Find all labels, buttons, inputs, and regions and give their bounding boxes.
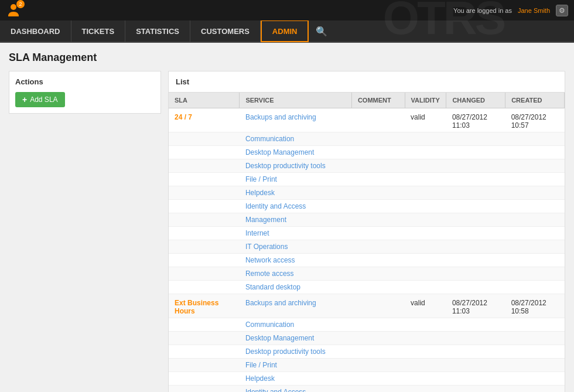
- nav-item-statistics[interactable]: STATISTICS: [125, 20, 190, 42]
- cell-changed: [446, 318, 505, 332]
- cell-service: File / Print: [240, 359, 351, 372]
- cell-sla: [169, 318, 240, 332]
- cell-created: [505, 281, 565, 294]
- cell-created: [505, 345, 565, 359]
- search-icon[interactable]: 🔍: [309, 20, 334, 42]
- cell-sla: [169, 386, 240, 393]
- add-sla-button[interactable]: + Add SLA: [15, 92, 65, 107]
- cell-validity: valid: [405, 294, 446, 318]
- cell-sla: [169, 359, 240, 372]
- page-title: SLA Management: [9, 52, 565, 64]
- cell-comment: [351, 227, 405, 240]
- nav-item-tickets[interactable]: TICKETS: [71, 20, 126, 42]
- cell-created: [505, 240, 565, 254]
- cell-comment: [351, 254, 405, 267]
- table-row[interactable]: Identity and Access: [169, 200, 565, 213]
- cell-created: 08/27/201210:57: [505, 108, 565, 132]
- nav-item-admin[interactable]: ADMIN: [261, 20, 309, 42]
- cell-created: [505, 359, 565, 372]
- cell-validity: [405, 332, 446, 345]
- cell-comment: [351, 332, 405, 345]
- add-sla-label: Add SLA: [30, 96, 57, 104]
- list-title: List: [169, 71, 565, 93]
- cell-created: [505, 386, 565, 393]
- cell-comment: [351, 345, 405, 359]
- navigation: DASHBOARD TICKETS STATISTICS CUSTOMERS A…: [0, 21, 574, 43]
- cell-service: Backups and archiving: [240, 108, 351, 132]
- cell-sla: 24 / 7: [169, 108, 240, 132]
- cell-changed: [446, 267, 505, 281]
- cell-changed: [446, 386, 505, 393]
- table-row[interactable]: File / Print: [169, 359, 565, 372]
- cell-changed: [446, 332, 505, 345]
- svg-point-0: [11, 4, 16, 10]
- table-row[interactable]: Helpdesk: [169, 372, 565, 386]
- cell-changed: [446, 132, 505, 146]
- table-row[interactable]: 24 / 7 Backups and archiving valid 08/27…: [169, 108, 565, 132]
- cell-changed: [446, 281, 505, 294]
- table-row[interactable]: Standard desktop: [169, 281, 565, 294]
- table-row[interactable]: Remote access: [169, 267, 565, 281]
- nav-item-customers[interactable]: CUSTOMERS: [190, 20, 261, 42]
- table-row[interactable]: Network access: [169, 254, 565, 267]
- cell-created: [505, 267, 565, 281]
- table-row[interactable]: Management: [169, 213, 565, 227]
- sidebar-title: Actions: [15, 77, 155, 86]
- cell-validity: [405, 186, 446, 200]
- cell-service: Network access: [240, 254, 351, 267]
- actions-panel: Actions + Add SLA: [9, 71, 161, 114]
- cell-created: [505, 132, 565, 146]
- cell-validity: [405, 173, 446, 186]
- header-right: You are logged in as Jane Smith ⚙: [453, 5, 568, 16]
- table-row[interactable]: File / Print: [169, 173, 565, 186]
- cell-changed: [446, 240, 505, 254]
- cell-sla: [169, 132, 240, 146]
- table-row[interactable]: Internet: [169, 227, 565, 240]
- col-created: CREATED: [505, 93, 565, 108]
- cell-service: Standard desktop: [240, 281, 351, 294]
- cell-changed: [446, 200, 505, 213]
- cell-service: Communication: [240, 318, 351, 332]
- cell-comment: [351, 267, 405, 281]
- cell-service: Helpdesk: [240, 186, 351, 200]
- cell-service: Helpdesk: [240, 372, 351, 386]
- table-row[interactable]: Ext BusinessHours Backups and archiving …: [169, 294, 565, 318]
- cell-created: [505, 318, 565, 332]
- table-row[interactable]: Desktop Management: [169, 146, 565, 159]
- table-row[interactable]: Helpdesk: [169, 186, 565, 200]
- col-comment: COMMENT: [351, 93, 405, 108]
- table-row[interactable]: IT Operations: [169, 240, 565, 254]
- cell-changed: [446, 254, 505, 267]
- cell-comment: [351, 386, 405, 393]
- table-row[interactable]: Desktop productivity tools: [169, 345, 565, 359]
- cell-validity: [405, 240, 446, 254]
- cell-created: 08/27/201210:58: [505, 294, 565, 318]
- header-left: 2: [6, 2, 22, 19]
- table-header-row: SLA SERVICE COMMENT VALIDITY CHANGED CRE…: [169, 93, 565, 108]
- cell-service: Management: [240, 213, 351, 227]
- settings-button[interactable]: ⚙: [556, 5, 568, 16]
- table-row[interactable]: Communication: [169, 318, 565, 332]
- table-row[interactable]: Desktop Management: [169, 332, 565, 345]
- table-row[interactable]: Communication: [169, 132, 565, 146]
- col-changed: CHANGED: [446, 93, 505, 108]
- table-row[interactable]: Desktop productivity tools: [169, 159, 565, 173]
- sidebar: Actions + Add SLA: [9, 71, 161, 392]
- cell-validity: [405, 146, 446, 159]
- cell-changed: [446, 159, 505, 173]
- cell-created: [505, 159, 565, 173]
- cell-service: Desktop productivity tools: [240, 345, 351, 359]
- cell-comment: [351, 108, 405, 132]
- cell-sla: [169, 200, 240, 213]
- cell-sla: [169, 146, 240, 159]
- nav-item-dashboard[interactable]: DASHBOARD: [0, 20, 71, 42]
- cell-changed: [446, 227, 505, 240]
- sla-table: SLA SERVICE COMMENT VALIDITY CHANGED CRE…: [169, 93, 565, 392]
- cell-changed: [446, 186, 505, 200]
- cell-validity: [405, 159, 446, 173]
- cell-validity: [405, 318, 446, 332]
- table-row[interactable]: Identity and Access: [169, 386, 565, 393]
- cell-service: Remote access: [240, 267, 351, 281]
- logo-icon: 2: [6, 2, 22, 19]
- cell-validity: [405, 227, 446, 240]
